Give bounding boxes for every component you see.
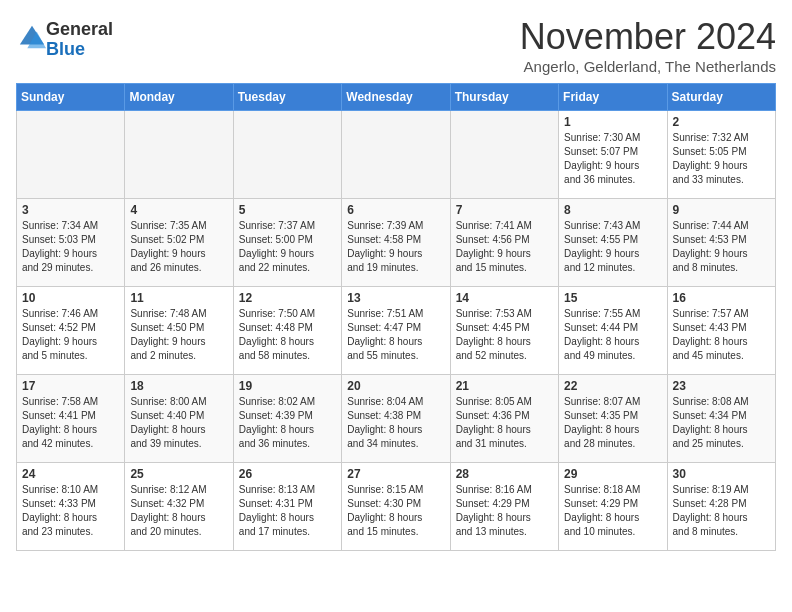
header-saturday: Saturday	[667, 84, 775, 111]
day-number: 30	[673, 467, 770, 481]
header-sunday: Sunday	[17, 84, 125, 111]
day-number: 11	[130, 291, 227, 305]
calendar-cell: 20Sunrise: 8:04 AM Sunset: 4:38 PM Dayli…	[342, 375, 450, 463]
day-info: Sunrise: 7:44 AM Sunset: 4:53 PM Dayligh…	[673, 219, 770, 275]
calendar-cell: 28Sunrise: 8:16 AM Sunset: 4:29 PM Dayli…	[450, 463, 558, 551]
day-info: Sunrise: 8:16 AM Sunset: 4:29 PM Dayligh…	[456, 483, 553, 539]
calendar-cell: 3Sunrise: 7:34 AM Sunset: 5:03 PM Daylig…	[17, 199, 125, 287]
day-number: 1	[564, 115, 661, 129]
calendar-cell: 8Sunrise: 7:43 AM Sunset: 4:55 PM Daylig…	[559, 199, 667, 287]
day-info: Sunrise: 7:46 AM Sunset: 4:52 PM Dayligh…	[22, 307, 119, 363]
calendar-week-3: 17Sunrise: 7:58 AM Sunset: 4:41 PM Dayli…	[17, 375, 776, 463]
calendar-cell: 30Sunrise: 8:19 AM Sunset: 4:28 PM Dayli…	[667, 463, 775, 551]
day-info: Sunrise: 8:08 AM Sunset: 4:34 PM Dayligh…	[673, 395, 770, 451]
day-number: 12	[239, 291, 336, 305]
day-info: Sunrise: 7:41 AM Sunset: 4:56 PM Dayligh…	[456, 219, 553, 275]
calendar-cell: 12Sunrise: 7:50 AM Sunset: 4:48 PM Dayli…	[233, 287, 341, 375]
calendar-cell: 14Sunrise: 7:53 AM Sunset: 4:45 PM Dayli…	[450, 287, 558, 375]
calendar-cell: 23Sunrise: 8:08 AM Sunset: 4:34 PM Dayli…	[667, 375, 775, 463]
day-number: 21	[456, 379, 553, 393]
calendar-cell: 7Sunrise: 7:41 AM Sunset: 4:56 PM Daylig…	[450, 199, 558, 287]
logo: General Blue	[16, 20, 113, 60]
day-number: 8	[564, 203, 661, 217]
day-number: 17	[22, 379, 119, 393]
day-number: 6	[347, 203, 444, 217]
day-info: Sunrise: 8:04 AM Sunset: 4:38 PM Dayligh…	[347, 395, 444, 451]
day-info: Sunrise: 8:18 AM Sunset: 4:29 PM Dayligh…	[564, 483, 661, 539]
day-info: Sunrise: 8:12 AM Sunset: 4:32 PM Dayligh…	[130, 483, 227, 539]
calendar-cell	[17, 111, 125, 199]
calendar-cell: 21Sunrise: 8:05 AM Sunset: 4:36 PM Dayli…	[450, 375, 558, 463]
day-number: 16	[673, 291, 770, 305]
day-number: 7	[456, 203, 553, 217]
day-number: 4	[130, 203, 227, 217]
calendar-week-0: 1Sunrise: 7:30 AM Sunset: 5:07 PM Daylig…	[17, 111, 776, 199]
calendar-header-row: SundayMondayTuesdayWednesdayThursdayFrid…	[17, 84, 776, 111]
calendar-cell: 22Sunrise: 8:07 AM Sunset: 4:35 PM Dayli…	[559, 375, 667, 463]
day-number: 13	[347, 291, 444, 305]
location-subtitle: Angerlo, Gelderland, The Netherlands	[520, 58, 776, 75]
day-number: 15	[564, 291, 661, 305]
day-info: Sunrise: 7:48 AM Sunset: 4:50 PM Dayligh…	[130, 307, 227, 363]
month-title: November 2024	[520, 16, 776, 58]
page-header: General Blue November 2024 Angerlo, Geld…	[16, 16, 776, 75]
day-info: Sunrise: 7:55 AM Sunset: 4:44 PM Dayligh…	[564, 307, 661, 363]
logo-icon	[18, 24, 46, 52]
day-info: Sunrise: 8:13 AM Sunset: 4:31 PM Dayligh…	[239, 483, 336, 539]
day-info: Sunrise: 8:10 AM Sunset: 4:33 PM Dayligh…	[22, 483, 119, 539]
calendar-week-1: 3Sunrise: 7:34 AM Sunset: 5:03 PM Daylig…	[17, 199, 776, 287]
calendar-week-4: 24Sunrise: 8:10 AM Sunset: 4:33 PM Dayli…	[17, 463, 776, 551]
calendar-table: SundayMondayTuesdayWednesdayThursdayFrid…	[16, 83, 776, 551]
day-number: 5	[239, 203, 336, 217]
calendar-week-2: 10Sunrise: 7:46 AM Sunset: 4:52 PM Dayli…	[17, 287, 776, 375]
calendar-cell	[450, 111, 558, 199]
day-number: 29	[564, 467, 661, 481]
calendar-cell: 13Sunrise: 7:51 AM Sunset: 4:47 PM Dayli…	[342, 287, 450, 375]
calendar-cell: 9Sunrise: 7:44 AM Sunset: 4:53 PM Daylig…	[667, 199, 775, 287]
day-info: Sunrise: 8:19 AM Sunset: 4:28 PM Dayligh…	[673, 483, 770, 539]
day-number: 24	[22, 467, 119, 481]
day-info: Sunrise: 8:07 AM Sunset: 4:35 PM Dayligh…	[564, 395, 661, 451]
day-info: Sunrise: 7:35 AM Sunset: 5:02 PM Dayligh…	[130, 219, 227, 275]
day-info: Sunrise: 7:50 AM Sunset: 4:48 PM Dayligh…	[239, 307, 336, 363]
calendar-cell: 11Sunrise: 7:48 AM Sunset: 4:50 PM Dayli…	[125, 287, 233, 375]
header-friday: Friday	[559, 84, 667, 111]
day-number: 26	[239, 467, 336, 481]
calendar-cell	[125, 111, 233, 199]
day-info: Sunrise: 8:00 AM Sunset: 4:40 PM Dayligh…	[130, 395, 227, 451]
calendar-cell: 15Sunrise: 7:55 AM Sunset: 4:44 PM Dayli…	[559, 287, 667, 375]
day-info: Sunrise: 7:57 AM Sunset: 4:43 PM Dayligh…	[673, 307, 770, 363]
calendar-cell: 24Sunrise: 8:10 AM Sunset: 4:33 PM Dayli…	[17, 463, 125, 551]
calendar-cell: 19Sunrise: 8:02 AM Sunset: 4:39 PM Dayli…	[233, 375, 341, 463]
day-number: 22	[564, 379, 661, 393]
calendar-cell: 25Sunrise: 8:12 AM Sunset: 4:32 PM Dayli…	[125, 463, 233, 551]
day-number: 9	[673, 203, 770, 217]
day-number: 19	[239, 379, 336, 393]
day-number: 18	[130, 379, 227, 393]
day-info: Sunrise: 8:15 AM Sunset: 4:30 PM Dayligh…	[347, 483, 444, 539]
logo-general: General	[46, 19, 113, 39]
title-block: November 2024 Angerlo, Gelderland, The N…	[520, 16, 776, 75]
day-info: Sunrise: 7:34 AM Sunset: 5:03 PM Dayligh…	[22, 219, 119, 275]
day-number: 27	[347, 467, 444, 481]
day-number: 25	[130, 467, 227, 481]
day-number: 14	[456, 291, 553, 305]
calendar-cell: 1Sunrise: 7:30 AM Sunset: 5:07 PM Daylig…	[559, 111, 667, 199]
day-number: 10	[22, 291, 119, 305]
calendar-cell: 27Sunrise: 8:15 AM Sunset: 4:30 PM Dayli…	[342, 463, 450, 551]
calendar-cell: 5Sunrise: 7:37 AM Sunset: 5:00 PM Daylig…	[233, 199, 341, 287]
calendar-cell: 6Sunrise: 7:39 AM Sunset: 4:58 PM Daylig…	[342, 199, 450, 287]
day-info: Sunrise: 7:39 AM Sunset: 4:58 PM Dayligh…	[347, 219, 444, 275]
calendar-cell: 17Sunrise: 7:58 AM Sunset: 4:41 PM Dayli…	[17, 375, 125, 463]
header-thursday: Thursday	[450, 84, 558, 111]
day-number: 20	[347, 379, 444, 393]
day-info: Sunrise: 7:37 AM Sunset: 5:00 PM Dayligh…	[239, 219, 336, 275]
day-info: Sunrise: 7:30 AM Sunset: 5:07 PM Dayligh…	[564, 131, 661, 187]
header-tuesday: Tuesday	[233, 84, 341, 111]
calendar-cell: 18Sunrise: 8:00 AM Sunset: 4:40 PM Dayli…	[125, 375, 233, 463]
calendar-cell: 2Sunrise: 7:32 AM Sunset: 5:05 PM Daylig…	[667, 111, 775, 199]
day-info: Sunrise: 7:53 AM Sunset: 4:45 PM Dayligh…	[456, 307, 553, 363]
day-info: Sunrise: 8:02 AM Sunset: 4:39 PM Dayligh…	[239, 395, 336, 451]
day-number: 2	[673, 115, 770, 129]
day-info: Sunrise: 7:43 AM Sunset: 4:55 PM Dayligh…	[564, 219, 661, 275]
